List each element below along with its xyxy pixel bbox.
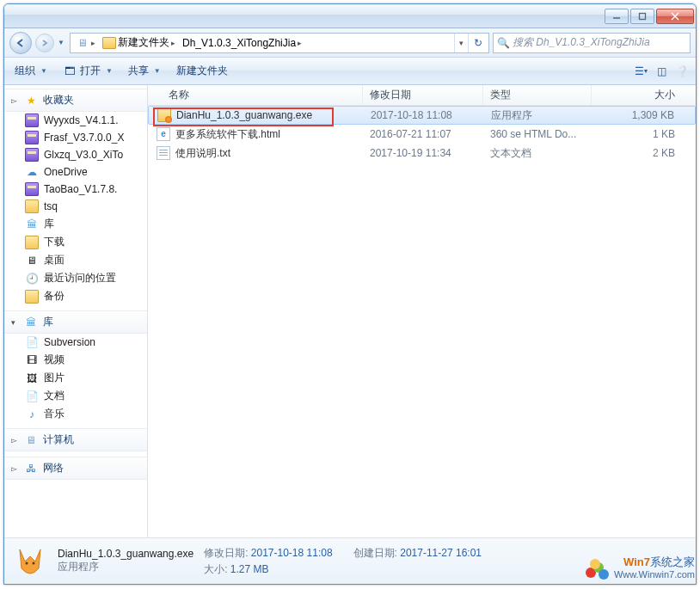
search-box[interactable]: 🔍 搜索 Dh_V1.0.3_XiTongZhiJia (493, 33, 691, 53)
sidebar-item[interactable]: Wyyxds_V4.1.1. (4, 112, 147, 129)
sidebar-item[interactable]: ☁OneDrive (4, 163, 147, 181)
sidebar-item[interactable]: Glxzq_V3.0_XiTo (4, 146, 147, 163)
col-date[interactable]: 修改日期 (363, 85, 483, 105)
pictures-icon: 🖼 (25, 371, 39, 385)
open-icon: 🗔 (63, 64, 77, 78)
file-name: DianHu_1.0.3_guanwang.exe (176, 109, 312, 121)
minimize-button[interactable] (605, 9, 629, 24)
svg-point-5 (33, 561, 35, 564)
video-icon: 🎞 (25, 353, 39, 367)
file-size: 1 KB (592, 125, 696, 144)
share-button[interactable]: 共享▼ (123, 61, 166, 82)
nav-forward-button[interactable] (35, 34, 54, 52)
folder-icon (25, 199, 39, 213)
preview-pane-button[interactable]: ◫ (653, 63, 670, 80)
sidebar-item[interactable]: 🏛库 (4, 215, 147, 233)
sidebar-item[interactable]: 📄文档 (4, 387, 147, 405)
details-filename: DianHu_1.0.3_guanwang.exe (58, 548, 193, 560)
file-date: 2017-10-19 11:34 (363, 144, 483, 163)
file-row[interactable]: DianHu_1.0.3_guanwang.exe 2017-10-18 11:… (148, 106, 696, 125)
file-name: 更多系统软件下载.html (175, 127, 280, 142)
watermark: Win7系统之家 Www.Winwin7.com (585, 555, 695, 580)
nav-history-dropdown[interactable]: ▼ (58, 39, 66, 46)
sidebar-item[interactable]: TaoBao_V1.7.8. (4, 181, 147, 198)
details-filetype: 应用程序 (58, 560, 193, 574)
sidebar-item[interactable]: 备份 (4, 287, 147, 305)
file-list-pane: 名称 修改日期 类型 大小 DianHu_1.0.3_guanwang.exe … (148, 85, 696, 537)
file-name: 使用说明.txt (175, 146, 230, 161)
archive-icon (25, 182, 39, 196)
onedrive-icon: ☁ (25, 165, 39, 179)
details-created: 2017-11-27 16:01 (400, 547, 482, 559)
sidebar-item[interactable]: 📄Subversion (4, 334, 147, 351)
file-size: 1,309 KB (593, 107, 695, 124)
explorer-window: ▼ 🖥▸ 新建文件夹▸ Dh_V1.0.3_XiTongZhiJia▸ ▾ ↻ … (3, 3, 697, 585)
libraries-header[interactable]: ▾🏛库 (4, 310, 147, 334)
titlebar (4, 4, 696, 28)
file-date: 2016-07-21 11:07 (363, 125, 483, 144)
file-type: 文本文档 (483, 144, 592, 163)
organize-button[interactable]: 组织▼ (9, 61, 52, 82)
sidebar-item[interactable]: ♪音乐 (4, 405, 147, 423)
refresh-button[interactable]: ↻ (468, 34, 487, 52)
search-placeholder: 搜索 Dh_V1.0.3_XiTongZhiJia (513, 35, 690, 50)
music-icon: ♪ (25, 408, 39, 421)
file-row[interactable]: 使用说明.txt 2017-10-19 11:34 文本文档 2 KB (148, 144, 696, 163)
close-button[interactable] (656, 9, 694, 24)
sidebar-item[interactable]: 🎞视频 (4, 351, 147, 369)
address-bar[interactable]: 🖥▸ 新建文件夹▸ Dh_V1.0.3_XiTongZhiJia▸ ▾ ↻ (70, 33, 489, 53)
column-headers: 名称 修改日期 类型 大小 (148, 85, 696, 106)
folder-icon (25, 236, 39, 249)
col-name[interactable]: 名称 (148, 85, 363, 105)
file-row[interactable]: 更多系统软件下载.html 2016-07-21 11:07 360 se HT… (148, 125, 696, 144)
search-icon: 🔍 (494, 37, 513, 49)
html-icon (157, 127, 170, 141)
computer-icon: 🖥 (24, 433, 38, 447)
sidebar-item[interactable]: 下载 (4, 233, 147, 251)
breadcrumb-seg[interactable]: 新建文件夹 (118, 35, 169, 50)
computer-icon: 🖥 (76, 36, 89, 50)
file-size: 2 KB (592, 144, 696, 163)
details-modified: 2017-10-18 11:08 (251, 547, 333, 559)
body: ▻★收藏夹 Wyyxds_V4.1.1. Frasf_V3.7.0.0_X Gl… (4, 85, 696, 537)
archive-icon (25, 114, 39, 127)
open-button[interactable]: 🗔打开▼ (58, 61, 118, 82)
folder-icon (25, 290, 39, 304)
documents-icon: 📄 (25, 390, 39, 403)
breadcrumb-seg[interactable]: Dh_V1.0.3_XiTongZhiJia (182, 37, 296, 49)
sidebar-item[interactable]: Frasf_V3.7.0.0_X (4, 129, 147, 146)
archive-icon (25, 148, 39, 162)
details-size: 1.27 MB (230, 563, 269, 575)
exe-icon (157, 108, 171, 122)
svg-point-4 (26, 561, 28, 564)
sidebar-item[interactable]: tsq (4, 198, 147, 215)
star-icon: ★ (24, 94, 38, 107)
window-controls (605, 9, 694, 24)
network-header[interactable]: ▻🖧网络 (4, 457, 147, 480)
file-date: 2017-10-18 11:08 (364, 107, 484, 124)
new-folder-button[interactable]: 新建文件夹 (171, 61, 233, 82)
address-dropdown[interactable]: ▾ (454, 34, 468, 52)
recent-icon: 🕘 (25, 272, 39, 285)
nav-back-button[interactable] (9, 32, 32, 54)
nav-row: ▼ 🖥▸ 新建文件夹▸ Dh_V1.0.3_XiTongZhiJia▸ ▾ ↻ … (4, 28, 696, 58)
computer-header[interactable]: ▻🖥计算机 (4, 428, 147, 451)
help-button[interactable]: ❔ (673, 63, 691, 80)
network-icon: 🖧 (24, 462, 38, 475)
col-type[interactable]: 类型 (483, 85, 592, 105)
file-type: 应用程序 (484, 107, 593, 124)
col-size[interactable]: 大小 (592, 85, 696, 105)
view-options-button[interactable]: ☰▾ (632, 63, 649, 80)
archive-icon (25, 131, 39, 144)
folder-icon (102, 37, 116, 49)
svg-point-9 (590, 559, 600, 569)
svg-rect-1 (640, 13, 646, 19)
command-bar: 组织▼ 🗔打开▼ 共享▼ 新建文件夹 ☰▾ ◫ ❔ (4, 58, 696, 85)
navigation-pane[interactable]: ▻★收藏夹 Wyyxds_V4.1.1. Frasf_V3.7.0.0_X Gl… (4, 85, 148, 537)
sidebar-item[interactable]: 🕘最近访问的位置 (4, 269, 147, 287)
sidebar-item[interactable]: 🖥桌面 (4, 251, 147, 269)
file-rows: DianHu_1.0.3_guanwang.exe 2017-10-18 11:… (148, 106, 696, 537)
sidebar-item[interactable]: 🖼图片 (4, 369, 147, 387)
favorites-header[interactable]: ▻★收藏夹 (4, 89, 147, 112)
maximize-button[interactable] (630, 9, 654, 24)
